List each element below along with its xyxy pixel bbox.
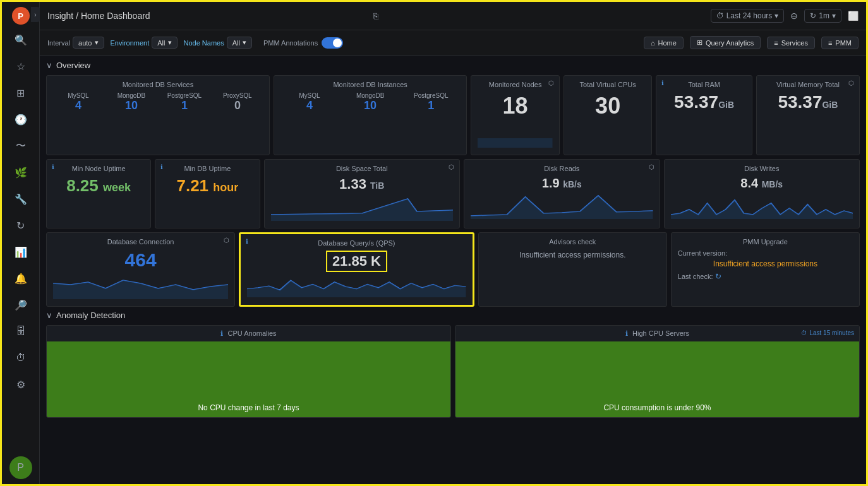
environment-filter: Environment All ▾: [111, 37, 178, 49]
total-ram-unit: GiB: [718, 100, 734, 110]
monitored-nodes-value: 18: [478, 92, 553, 119]
home-button[interactable]: ⌂ Home: [644, 37, 684, 49]
info-icon-dbuptime: ℹ: [160, 163, 163, 170]
node-names-dropdown[interactable]: All ▾: [227, 37, 252, 49]
last-time-label: Last 24 hours: [726, 11, 773, 20]
proxysql-value: 0: [212, 99, 263, 112]
sidebar-icon-zoom[interactable]: 🔎: [9, 293, 32, 316]
sidebar-icon-cycle[interactable]: ↻: [9, 214, 32, 237]
dropdown-chevron: ▾: [243, 39, 246, 47]
sidebar-icon-gear[interactable]: ⚙: [9, 373, 32, 396]
db-services-grid: MySQL 4 MongoDB 10 PostgreSQL 1 ProxySQL…: [53, 92, 263, 112]
disk-reads-value: 1.9 kB/s: [471, 176, 653, 191]
interval-filter-label: Interval: [47, 39, 70, 47]
monitored-db-instances-title: Monitored DB Instances: [280, 81, 460, 88]
interval-dropdown[interactable]: auto ▾: [73, 37, 104, 49]
db-col-proxysql: ProxySQL 0: [212, 92, 263, 112]
sidebar-icon-grid[interactable]: ⊞: [9, 81, 32, 104]
disk-space-value: 1.33 TiB: [271, 176, 454, 193]
min-node-uptime-card: ℹ Min Node Uptime 8.25 week: [46, 159, 151, 228]
anomaly-section-header[interactable]: Anomaly Detection: [46, 311, 860, 320]
topbar: Insight / Home Dashboard ⎘ ⏱ Last 24 hou…: [40, 2, 866, 30]
disk-link-icon[interactable]: ⬡: [449, 163, 454, 170]
high-cpu-message: CPU consumption is under 90%: [603, 403, 711, 412]
sidebar-toggle[interactable]: ›: [31, 7, 40, 22]
cpu-anomalies-title: CPU Anomalies: [228, 329, 277, 337]
services-button[interactable]: ≡ Services: [767, 37, 815, 49]
mongodb-value: 10: [106, 99, 157, 112]
app-logo: P: [12, 7, 30, 25]
disk-space-card: ⬡ Disk Space Total 1.33 TiB: [264, 159, 461, 228]
mysql-value: 4: [53, 99, 104, 112]
svg-rect-0: [478, 138, 553, 148]
reads-link-icon[interactable]: ⬡: [649, 163, 654, 170]
query-analytics-button[interactable]: ⊞ Query Analytics: [690, 36, 761, 49]
sidebar-icon-chart[interactable]: 📊: [9, 240, 32, 263]
conn-link-icon[interactable]: ⬡: [224, 237, 229, 244]
min-db-uptime-card: ℹ Min DB Uptime 7.21 hour: [155, 159, 260, 228]
pmm-annotations-toggle[interactable]: [322, 37, 343, 49]
sidebar-icon-wave[interactable]: 〜: [9, 134, 32, 157]
disk-space-chart: [271, 193, 454, 221]
monitored-nodes-card: ⬡ Monitored Nodes 18: [471, 75, 560, 155]
total-ram-value: 53.37GiB: [663, 92, 745, 112]
inst-mysql-value: 4: [280, 99, 339, 112]
qps-info-icon: ℹ: [246, 238, 248, 245]
pmm-button[interactable]: ≡ PMM: [821, 37, 859, 49]
clock-icon-small: ⏱: [801, 329, 807, 336]
interval-filter: Interval auto ▾: [47, 37, 104, 49]
monitored-db-services-card: Monitored DB Services MySQL 4 MongoDB 10…: [46, 75, 270, 155]
db-qps-chart: [247, 272, 466, 297]
sidebar-icon-search[interactable]: 🔍: [9, 28, 32, 51]
clock-icon: ⏱: [716, 11, 724, 20]
sidebar-icon-leaf[interactable]: 🌿: [9, 161, 32, 184]
cpu-anomalies-card: ℹ CPU Anomalies No CPU change in last 7 …: [46, 325, 451, 418]
anomaly-row: ℹ CPU Anomalies No CPU change in last 7 …: [46, 325, 860, 418]
screen-icon[interactable]: ⬜: [848, 11, 859, 21]
pmm-menu-icon: ≡: [828, 39, 832, 47]
sidebar-icon-clock[interactable]: 🕐: [9, 108, 32, 131]
virtual-memory-card: ⬡ Virtual Memory Total 53.37GiB: [756, 75, 860, 155]
db-col-postgresql: PostgreSQL 1: [159, 92, 210, 112]
inst-col-postgresql: PostgreSQL 1: [402, 92, 460, 112]
total-ram-card: ℹ Total RAM 53.37GiB: [656, 75, 752, 155]
total-vcpus-card: Total Virtual CPUs 30: [564, 75, 653, 155]
db-col-mongodb: MongoDB 10: [106, 92, 157, 112]
sidebar-icon-history[interactable]: ⏱: [9, 347, 32, 369]
node-names-filter-label: Node Names: [184, 39, 224, 47]
external-link-icon[interactable]: ⬡: [548, 80, 554, 86]
last-time-control[interactable]: ⏱ Last 24 hours ▾: [711, 9, 785, 23]
pmm-refresh-icon[interactable]: ↻: [715, 272, 721, 281]
db-connection-title: Database Connection: [53, 238, 228, 246]
disk-reads-card: ⬡ Disk Reads 1.9 kB/s: [464, 159, 660, 228]
db-qps-title: Database Query/s (QPS): [247, 239, 466, 247]
inst-col-mysql: MySQL 4: [280, 92, 339, 112]
monitored-db-services-title: Monitored DB Services: [53, 81, 263, 88]
vm-link-icon[interactable]: ⬡: [848, 80, 854, 86]
zoom-out-icon[interactable]: ⊖: [790, 11, 798, 21]
sidebar-icon-bell[interactable]: 🔔: [9, 267, 32, 290]
sidebar-icon-db[interactable]: 🗄: [9, 320, 32, 343]
sidebar: › P 🔍 ☆ ⊞ 🕐 〜 🌿 🔧 ↻ 📊 🔔 🔎 🗄 ⏱ ⚙ P: [2, 2, 40, 484]
postgresql-value: 1: [159, 99, 210, 112]
db-instances-grid: MySQL 4 MongoDB 10 PostgreSQL 1: [280, 92, 460, 112]
min-db-uptime-title: Min DB Uptime: [162, 165, 253, 172]
sidebar-icon-user[interactable]: P: [9, 456, 32, 479]
disk-writes-title: Disk Writes: [671, 165, 853, 172]
db-col-mysql: MySQL 4: [53, 92, 104, 112]
cpu-anomalies-message: No CPU change in last 7 days: [198, 403, 299, 412]
environment-dropdown[interactable]: All ▾: [152, 37, 177, 49]
dropdown-chevron: ▾: [168, 39, 172, 47]
cpu-anomalies-body: No CPU change in last 7 days: [47, 341, 450, 417]
proxysql-label: ProxySQL: [212, 92, 263, 99]
last-check-label: Last check:: [678, 273, 713, 280]
monitored-nodes-title: Monitored Nodes: [478, 81, 553, 88]
sidebar-icon-star[interactable]: ☆: [9, 55, 32, 78]
last-check-row: Last check: ↻: [678, 272, 853, 281]
overview-section-header[interactable]: Overview: [46, 61, 860, 70]
virtual-memory-title: Virtual Memory Total: [763, 81, 853, 88]
share-icon[interactable]: ⎘: [373, 11, 378, 21]
refresh-control[interactable]: ↻ 1m ▾: [804, 9, 841, 23]
sidebar-icon-wrench[interactable]: 🔧: [9, 187, 32, 210]
postgresql-label: PostgreSQL: [159, 92, 210, 99]
